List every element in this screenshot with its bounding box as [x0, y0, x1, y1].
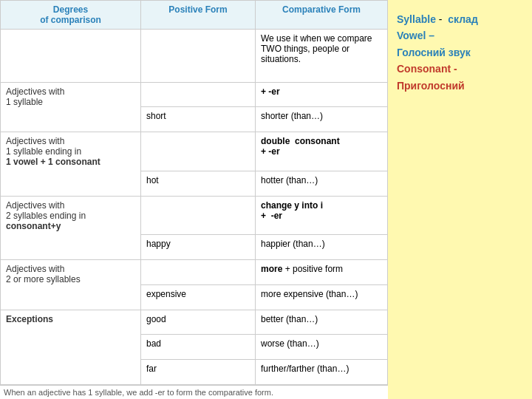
positive-cell: good — [141, 310, 256, 335]
comparative-cell: further/farther (than…) — [256, 360, 388, 385]
table-row: Exceptions good better (than…) — [1, 310, 388, 335]
comparative-cell: happier (than…) — [256, 235, 388, 260]
positive-cell: short — [141, 107, 256, 132]
positive-cell — [141, 30, 256, 83]
positive-cell: hot — [141, 171, 256, 196]
degrees-cell — [1, 30, 141, 83]
sidebar-vowel: Vowel – Голосний звук — [397, 27, 523, 61]
positive-cell: expensive — [141, 284, 256, 310]
degrees-cell-1syl-vc: Adjectives with1 syllable ending in1 vow… — [1, 132, 141, 196]
positive-cell — [141, 132, 256, 171]
positive-cell: bad — [141, 335, 256, 360]
vowel-value: Голосний звук — [397, 47, 471, 58]
syllable-value: склад — [448, 13, 478, 25]
sidebar-consonant: Consonant - Приголосний — [397, 61, 523, 94]
comparative-cell: + -er — [256, 82, 388, 107]
syllable-label: Syllable — [397, 13, 436, 25]
header-comparative: Comparative Form — [256, 1, 388, 30]
positive-cell: far — [141, 360, 256, 385]
bottom-note: When an adjective has 1 syllable, we add… — [0, 385, 388, 399]
sidebar-syllable: Syllable - склад — [397, 11, 523, 27]
positive-cell: happy — [141, 235, 256, 260]
comparative-cell: shorter (than…) — [256, 107, 388, 132]
degrees-cell-2plus: Adjectives with2 or more syllables — [1, 260, 141, 310]
consonant-label: Consonant - — [397, 63, 457, 75]
sidebar: Syllable - склад Vowel – Голосний звук C… — [388, 0, 532, 399]
header-positive: Positive Form — [141, 1, 256, 30]
degrees-cell-2syl-y: Adjectives with2 syllables ending incons… — [1, 196, 141, 259]
table-row: Adjectives with2 or more syllables more … — [1, 260, 388, 285]
table-row: We use it when we compare TWO things, pe… — [1, 30, 388, 83]
header-degrees: Degreesof comparison — [1, 1, 141, 30]
comparative-cell: more + positive form — [256, 260, 388, 285]
comparative-cell: change y into i+ -er — [256, 196, 388, 235]
positive-cell — [141, 196, 256, 235]
consonant-value: Приголосний — [397, 80, 465, 92]
comparative-cell: hotter (than…) — [256, 171, 388, 196]
comparative-cell: worse (than…) — [256, 335, 388, 360]
comparison-table: Degreesof comparison Positive Form Compa… — [0, 0, 388, 385]
vowel-label: Vowel – — [397, 30, 434, 41]
degrees-cell-exceptions: Exceptions — [1, 310, 141, 384]
comparative-cell: double consonant+ -er — [256, 132, 388, 171]
comparative-cell: We use it when we compare TWO things, pe… — [256, 30, 388, 83]
table-row: Adjectives with1 syllable ending in1 vow… — [1, 132, 388, 171]
degrees-cell-1syl: Adjectives with1 syllable — [1, 82, 141, 132]
main-content: Degreesof comparison Positive Form Compa… — [0, 0, 388, 399]
positive-cell — [141, 82, 256, 107]
comparative-cell: better (than…) — [256, 310, 388, 335]
table-row: Adjectives with2 syllables ending incons… — [1, 196, 388, 235]
table-row: Adjectives with1 syllable + -er — [1, 82, 388, 107]
comparative-cell: more expensive (than…) — [256, 284, 388, 310]
positive-cell — [141, 260, 256, 285]
